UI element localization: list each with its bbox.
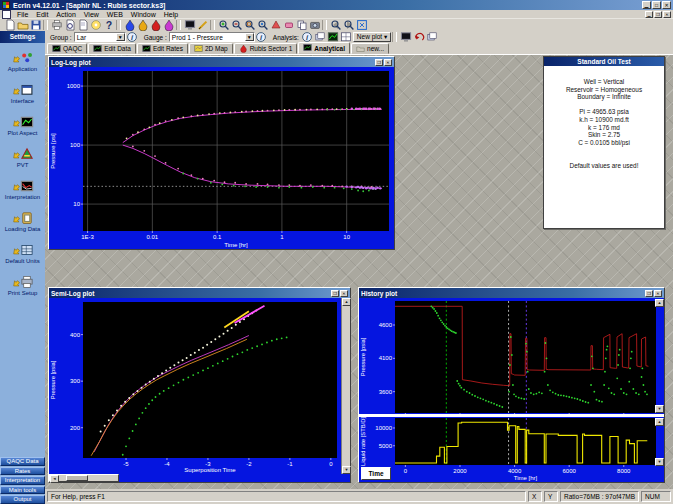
scroll-up-icon[interactable]: ▲ <box>655 299 664 307</box>
gauge-info-icon[interactable]: i <box>255 32 268 43</box>
module-amethyst-drop-icon[interactable] <box>162 20 175 31</box>
display-settings-icon[interactable] <box>399 32 412 43</box>
module-topaze-drop-icon[interactable] <box>136 20 149 31</box>
group-select[interactable]: Lar ▼ <box>74 32 126 42</box>
zoom-next-icon[interactable] <box>342 20 355 31</box>
tab-label: QAQC <box>63 45 82 52</box>
loglog-chart[interactable]: 1E-30.010.1110101001000Time [hr]Pressure… <box>49 67 394 249</box>
sidebar-header[interactable]: Settings <box>0 31 45 43</box>
plot-close-icon[interactable]: ✕ <box>384 59 392 66</box>
module-saphir-drop-icon[interactable] <box>123 20 136 31</box>
menu-window[interactable]: Window <box>127 11 160 18</box>
marker-icon[interactable] <box>269 20 282 31</box>
menu-edit[interactable]: Edit <box>32 11 52 18</box>
tab-analytical[interactable]: Analytical <box>298 42 350 54</box>
zoom-window-icon[interactable] <box>243 20 256 31</box>
display-settings-icon[interactable] <box>183 20 196 31</box>
plot-restore-icon[interactable]: ❐ <box>375 59 383 66</box>
loglog-title-bar[interactable]: Log-Log plot ❐ ✕ <box>49 57 394 67</box>
minimize-button[interactable]: ▁ <box>642 1 651 9</box>
history-title-bar[interactable]: History plot ❐ ✕ <box>359 288 664 298</box>
open-folder-icon[interactable] <box>16 20 29 31</box>
sidebar-item-default-units[interactable]: Default Units <box>0 243 45 264</box>
sidebar-item-interface[interactable]: Interface <box>0 83 45 104</box>
new-plot-button[interactable]: New plot ▾ <box>353 32 391 42</box>
plot-close-icon[interactable]: ✕ <box>340 290 348 297</box>
help-icon[interactable]: ? <box>102 20 115 31</box>
license-icon[interactable] <box>89 20 102 31</box>
child-close-button[interactable]: ✕ <box>663 11 671 18</box>
scroll-down-icon[interactable]: ▼ <box>655 458 664 466</box>
tab-2d-map[interactable]: 2D Map <box>189 43 233 54</box>
zoom-reset-icon[interactable] <box>256 20 269 31</box>
save-icon[interactable] <box>29 20 42 31</box>
menu-web[interactable]: WEB <box>103 11 127 18</box>
sidebar-section-qaqc-data[interactable]: QAQC Data <box>0 457 45 466</box>
chevron-down-icon[interactable]: ▼ <box>116 33 125 41</box>
plot-restore-icon[interactable]: ❐ <box>645 290 653 297</box>
camera-icon[interactable] <box>308 20 321 31</box>
menu-view[interactable]: View <box>80 11 103 18</box>
eraser-icon[interactable] <box>282 20 295 31</box>
sidebar-section-interpretation[interactable]: Interpretation <box>0 476 45 485</box>
pvt-icon <box>12 147 34 161</box>
semilog-vertical-scrollbar[interactable]: ▲ ▼ <box>341 298 350 474</box>
sidebar-section-output[interactable]: Output <box>0 495 45 504</box>
zoom-in-icon[interactable] <box>217 20 230 31</box>
menu-action[interactable]: Action <box>52 11 79 18</box>
sidebar-item-interpretation[interactable]: Interpretation <box>0 179 45 200</box>
menu-file[interactable]: File <box>13 11 32 18</box>
scroll-down-icon[interactable]: ▼ <box>655 405 664 413</box>
green-plot-icon[interactable] <box>327 32 340 43</box>
close-button[interactable]: ✕ <box>662 1 671 9</box>
time-axis-button[interactable]: Time <box>361 467 391 480</box>
tab-qaqc[interactable]: QAQC <box>47 43 87 54</box>
print-preview-icon[interactable] <box>63 20 76 31</box>
mdi-child-icon[interactable] <box>2 10 11 19</box>
sidebar-item-pvt[interactable]: PVT <box>0 147 45 168</box>
sidebar-section-rates[interactable]: Rates <box>0 467 45 476</box>
tab-rubis-sector-1[interactable]: Rubis Sector 1 <box>234 43 298 54</box>
history-pressure-chart[interactable]: 360041004600Pressure [psia] <box>359 298 664 414</box>
new-document-icon[interactable] <box>3 20 16 31</box>
gauge-select[interactable]: Prod 1 - Pressure ▼ <box>169 32 255 42</box>
sidebar-item-plot-aspect[interactable]: Plot Aspect <box>0 115 45 136</box>
zoom-out-icon[interactable] <box>230 20 243 31</box>
tab-edit-data[interactable]: Edit Data <box>88 43 136 54</box>
copy-icon[interactable] <box>295 20 308 31</box>
svg-text:0: 0 <box>404 468 408 474</box>
tab-new-[interactable]: new... <box>351 43 389 54</box>
history-rate-chart[interactable]: 02000400060008000500010000Time [hr]Liqui… <box>359 417 664 482</box>
semilog-title-bar[interactable]: Semi-Log plot ❐ ✕ <box>49 288 350 298</box>
menu-help[interactable]: Help <box>160 11 182 18</box>
fit-window-icon[interactable] <box>355 20 368 31</box>
child-restore-button[interactable]: ❐ <box>654 11 662 18</box>
edit-tools-icon[interactable] <box>196 20 209 31</box>
chevron-down-icon[interactable]: ▼ <box>245 33 254 41</box>
sidebar-section-main-tools[interactable]: Main tools <box>0 486 45 495</box>
layers-icon[interactable] <box>314 32 327 43</box>
zoom-prev-icon[interactable] <box>329 20 342 31</box>
group-info-icon[interactable]: i <box>126 32 139 43</box>
child-minimize-button[interactable]: ▁ <box>645 11 653 18</box>
scroll-up-icon[interactable]: ▲ <box>655 418 664 426</box>
plot-close-icon[interactable]: ✕ <box>654 290 662 297</box>
result-line: Default values are used! <box>544 162 664 170</box>
semilog-horizontal-scrollbar[interactable]: ◄ <box>49 474 119 482</box>
svg-text:6000: 6000 <box>563 468 577 474</box>
info-icon[interactable]: i <box>301 32 314 43</box>
maximize-button[interactable]: □ <box>652 1 661 9</box>
page-setup-icon[interactable] <box>76 20 89 31</box>
tab-edit-rates[interactable]: Edit Rates <box>137 43 188 54</box>
semilog-chart[interactable]: -5-4-3-2-10200300400Superposition TimePr… <box>49 298 341 474</box>
print-icon[interactable] <box>50 20 63 31</box>
layers-icon[interactable] <box>425 32 438 43</box>
module-rubis-drop-icon[interactable] <box>149 20 162 31</box>
plot-restore-icon[interactable]: ❐ <box>331 290 339 297</box>
undo-icon[interactable] <box>412 32 425 43</box>
panel-separator[interactable] <box>359 414 664 417</box>
sidebar-item-loading-data[interactable]: Loading Data <box>0 211 45 232</box>
sidebar-item-application[interactable]: Application <box>0 51 45 72</box>
grid-icon[interactable] <box>340 32 353 43</box>
sidebar-item-print-setup[interactable]: Print Setup <box>0 275 45 296</box>
